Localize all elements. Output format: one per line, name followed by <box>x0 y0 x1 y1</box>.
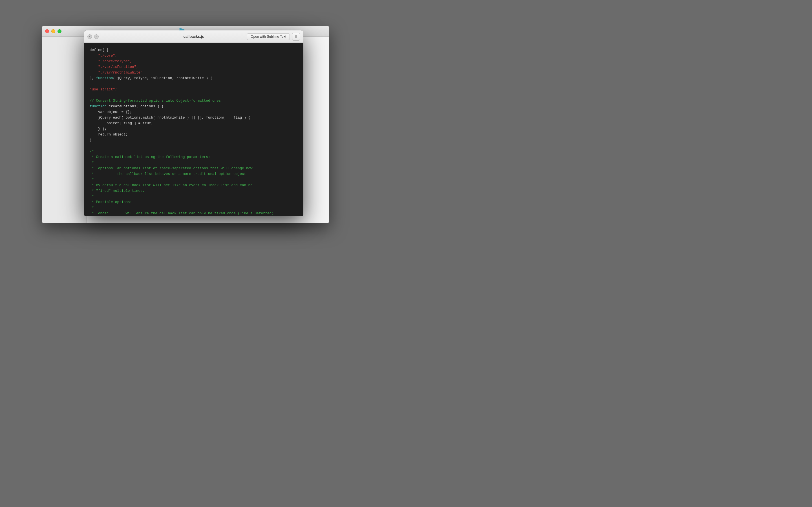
preview-filename: callbacks.js <box>184 34 204 39</box>
code-line: return object; <box>90 132 298 137</box>
code-line: * <box>90 177 298 182</box>
finder-maximize-button[interactable] <box>57 29 61 33</box>
code-line: "./core", <box>90 53 298 59</box>
code-line <box>90 81 298 87</box>
code-line: * <box>90 160 298 166</box>
code-line <box>90 93 298 98</box>
code-line: /* <box>90 149 298 154</box>
preview-controls: ✕ ‹ <box>87 34 99 39</box>
code-line: object[ flag ] = true; <box>90 121 298 126</box>
code-line: } ); <box>90 126 298 132</box>
code-line: * <box>90 205 298 211</box>
code-line: define( [ <box>90 47 298 53</box>
finder-minimize-button[interactable] <box>51 29 55 33</box>
preview-back-button[interactable]: ‹ <box>94 34 99 39</box>
code-line: * options: an optional list of space-sep… <box>90 166 298 171</box>
code-line: * By default a callback list will act li… <box>90 182 298 188</box>
finder-traffic-lights <box>45 29 61 33</box>
code-line: * "fired" multiple times. <box>90 188 298 194</box>
code-line: * <box>90 194 298 200</box>
code-line: var object = {}; <box>90 109 298 115</box>
open-with-sublime-button[interactable]: Open with Sublime Text <box>247 33 290 40</box>
preview-window: ✕ ‹ callbacks.js Open with Sublime Text … <box>84 31 303 216</box>
code-line: function createOptions( options ) { <box>90 104 298 109</box>
code-line: "./core/toType", <box>90 59 298 64</box>
finder-sidebar <box>42 37 87 223</box>
code-line: * Possible options: <box>90 200 298 205</box>
code-line: ], function( jQuery, toType, isFunction,… <box>90 75 298 81</box>
code-line: jQuery.each( options.match( rnothtmlwhit… <box>90 115 298 121</box>
code-line: * Create a callback list using the follo… <box>90 154 298 160</box>
share-button[interactable]: ⬆ <box>292 33 300 41</box>
preview-code-content: define( [ "./core", "./core/toType", "./… <box>84 43 303 216</box>
share-icon: ⬆ <box>294 34 298 39</box>
code-line: "./var/isFunction", <box>90 64 298 70</box>
code-line: // Convert String-formatted options into… <box>90 98 298 104</box>
code-line: "./var/rnothtmlwhite" <box>90 70 298 75</box>
code-line <box>90 143 298 149</box>
preview-close-button[interactable]: ✕ <box>87 34 92 39</box>
code-line: * the callback list behaves or a more tr… <box>90 171 298 177</box>
code-line: * once: will ensure the callback list ca… <box>90 211 298 216</box>
preview-actions: Open with Sublime Text ⬆ <box>247 33 300 41</box>
preview-titlebar: ✕ ‹ callbacks.js Open with Sublime Text … <box>84 31 303 43</box>
code-line: } <box>90 137 298 143</box>
finder-close-button[interactable] <box>45 29 49 33</box>
code-line: "use strict"; <box>90 87 298 93</box>
